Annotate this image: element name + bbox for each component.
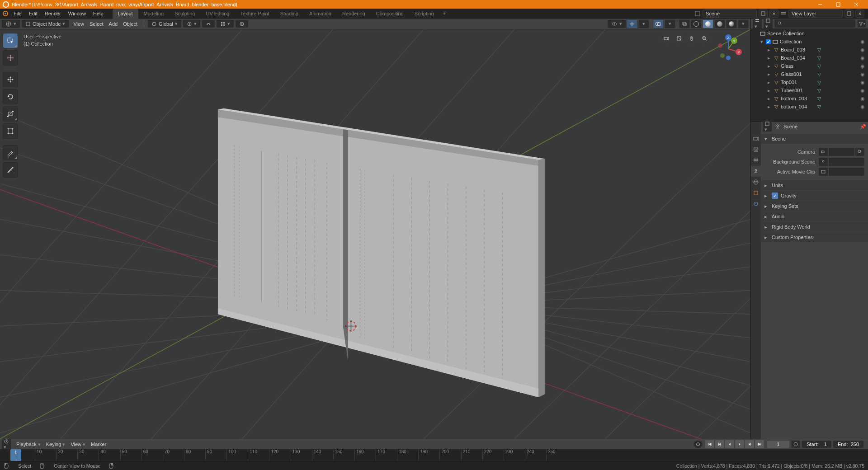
visibility-icon[interactable]: ◉	[859, 96, 866, 102]
nav-camera-button[interactable]	[661, 33, 672, 44]
tool-cursor[interactable]	[3, 50, 18, 66]
outliner-item-tubes001[interactable]: ▸▽Tubes001▽◉	[751, 86, 868, 94]
tool-transform[interactable]	[3, 123, 18, 139]
timeline-menu-view[interactable]: View ▾	[68, 442, 88, 447]
scene-new-button[interactable]	[759, 9, 768, 18]
visibility-icon[interactable]: ◉	[859, 55, 866, 61]
visibility-icon[interactable]: ◉	[859, 88, 866, 94]
tab-scene[interactable]	[751, 166, 761, 177]
tab-viewlayer[interactable]	[751, 155, 761, 166]
next-keyframe-button[interactable]	[745, 440, 754, 448]
prev-keyframe-button[interactable]	[715, 440, 724, 448]
blender-icon[interactable]	[0, 9, 10, 19]
editor-type-selector[interactable]: ▾	[2, 20, 20, 28]
play-reverse-button[interactable]	[725, 440, 734, 448]
tab-render[interactable]	[751, 133, 761, 144]
workspace-tab-animation[interactable]: Animation	[304, 9, 337, 19]
tab-physics[interactable]	[751, 198, 761, 209]
workspace-tab-scripting[interactable]: Scripting	[409, 9, 439, 19]
outliner-tree[interactable]: Scene Collection ▾Collection◉ ▸▽Board_00…	[751, 28, 868, 121]
snap-type-selector[interactable]: ▾	[217, 20, 234, 28]
visibility-icon[interactable]: ◉	[859, 47, 866, 53]
gravity-checkbox[interactable]: ✓	[772, 193, 778, 199]
tool-annotate[interactable]	[3, 145, 18, 160]
shading-options[interactable]: ▾	[738, 19, 749, 28]
panel-gravity[interactable]: ▸✓Gravity	[761, 191, 868, 201]
maximize-button[interactable]	[829, 0, 847, 9]
overlay-options[interactable]: ▾	[665, 19, 675, 28]
tool-scale[interactable]	[3, 106, 18, 122]
playhead[interactable]: 1	[10, 449, 21, 461]
menu-file[interactable]: File	[10, 11, 25, 16]
close-button[interactable]	[847, 0, 865, 9]
nav-perspective-button[interactable]	[674, 33, 684, 44]
collection-enable-checkbox[interactable]	[766, 39, 771, 44]
timeline-menu-keying[interactable]: Keying ▾	[43, 442, 68, 447]
outliner-search[interactable]	[774, 19, 855, 28]
orientation-selector[interactable]: Global▾	[148, 20, 181, 28]
outliner-item-glass[interactable]: ▸▽Glass▽◉	[751, 62, 868, 70]
tab-object[interactable]	[751, 188, 761, 198]
visibility-icon[interactable]: ◉	[859, 71, 866, 77]
visibility-icon[interactable]: ◉	[859, 63, 866, 69]
movieclip-field[interactable]	[829, 168, 864, 176]
panel-units[interactable]: ▸Units	[761, 180, 868, 190]
bgscene-field[interactable]	[829, 158, 864, 166]
workspace-tab-shading[interactable]: Shading	[275, 9, 304, 19]
snap-toggle[interactable]	[202, 20, 215, 28]
tool-rotate[interactable]	[3, 89, 18, 104]
tool-measure[interactable]	[3, 162, 18, 178]
shading-wireframe[interactable]	[691, 19, 702, 28]
3d-viewport[interactable]: User Perspective (1) Collection	[0, 29, 750, 439]
workspace-tab-compositing[interactable]: Compositing	[371, 9, 409, 19]
menu-edit[interactable]: Edit	[25, 11, 41, 16]
viewport-menu-object[interactable]: Object	[120, 21, 140, 27]
workspace-tab-sculpting[interactable]: Sculpting	[169, 9, 200, 19]
viewlayer-new-button[interactable]	[844, 9, 854, 18]
visibility-icon[interactable]: ◉	[859, 80, 866, 85]
minimize-button[interactable]	[811, 0, 829, 9]
use-preview-range-button[interactable]	[791, 440, 800, 448]
workspace-tab-uv-editing[interactable]: UV Editing	[200, 9, 235, 19]
visibility-icon[interactable]: ◉	[859, 104, 866, 110]
play-button[interactable]	[735, 440, 744, 448]
jump-start-button[interactable]	[705, 440, 714, 448]
viewlayer-selector[interactable]: View Layer	[788, 9, 843, 18]
menu-help[interactable]: Help	[90, 11, 107, 16]
autokey-toggle[interactable]	[693, 440, 703, 448]
nav-zoom-button[interactable]	[699, 33, 710, 44]
gizmo-options[interactable]: ▾	[638, 19, 649, 28]
add-workspace-button[interactable]: +	[439, 9, 449, 19]
scene-delete-button[interactable]: ×	[769, 9, 778, 18]
timeline-menu-marker[interactable]: Marker	[88, 442, 109, 447]
proportional-edit-toggle[interactable]	[236, 20, 248, 28]
shading-lookdev[interactable]	[714, 19, 725, 28]
viewlayer-delete-button[interactable]: ×	[855, 9, 864, 18]
shading-rendered[interactable]	[726, 19, 737, 28]
visibility-selector[interactable]: ▾	[608, 20, 626, 28]
menu-window[interactable]: Window	[65, 11, 90, 16]
outliner-item-bottom_004[interactable]: ▸▽bottom_004▽◉	[751, 103, 868, 111]
panel-rigid-body-world[interactable]: ▸Rigid Body World	[761, 222, 868, 232]
panel-audio[interactable]: ▸Audio	[761, 212, 868, 221]
tool-select-box[interactable]	[3, 33, 18, 48]
pivot-selector[interactable]: ▾	[183, 20, 200, 28]
overlay-toggle[interactable]	[653, 19, 664, 28]
nav-pan-button[interactable]	[686, 33, 697, 44]
timeline-track[interactable]: 0102030405060708090100110120130140150160…	[0, 449, 868, 461]
shading-solid[interactable]	[703, 19, 713, 28]
menu-render[interactable]: Render	[41, 11, 65, 16]
outliner-filter-button[interactable]: ▾	[857, 19, 866, 28]
xray-toggle[interactable]	[679, 19, 690, 28]
outliner-scene-collection[interactable]: Scene Collection	[751, 29, 868, 38]
outliner-item-top001[interactable]: ▸▽Top001▽◉	[751, 78, 868, 86]
outliner-item-board_004[interactable]: ▸▽Board_004▽◉	[751, 54, 868, 62]
workspace-tab-layout[interactable]: Layout	[113, 9, 138, 19]
camera-picker[interactable]	[855, 148, 864, 156]
camera-field[interactable]	[829, 148, 854, 156]
viewport-menu-add[interactable]: Add	[106, 21, 121, 27]
outliner-collection[interactable]: ▾Collection◉	[751, 38, 868, 46]
panel-custom-properties[interactable]: ▸Custom Properties	[761, 232, 868, 242]
outliner-item-board_003[interactable]: ▸▽Board_003▽◉	[751, 46, 868, 54]
workspace-tab-rendering[interactable]: Rendering	[337, 9, 371, 19]
